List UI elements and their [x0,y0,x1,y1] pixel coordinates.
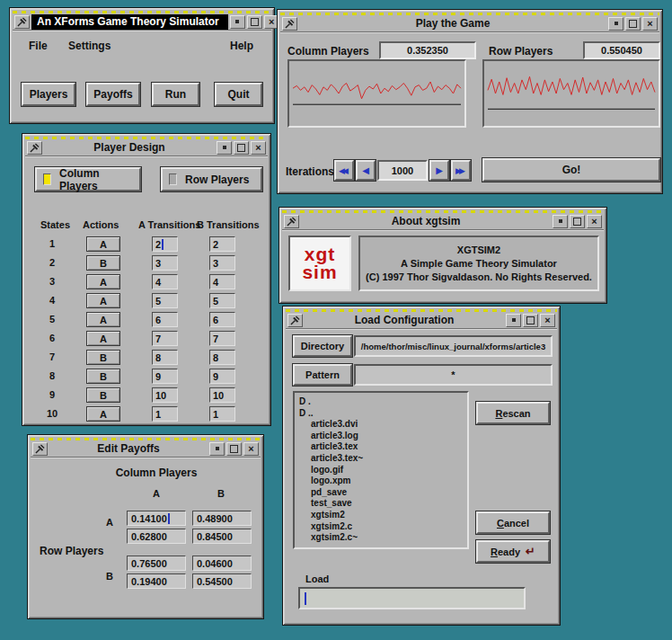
minimize-button[interactable] [506,314,521,327]
close-button[interactable]: × [243,442,259,456]
a-transition-input[interactable]: 5 [152,293,178,308]
fast-forward-button[interactable]: ▶▶ [451,160,471,181]
payoff-input-r3c2[interactable]: 0.04600 [192,556,252,571]
maximize-button[interactable] [523,314,538,327]
a-transition-input[interactable]: 2 [152,236,178,252]
column-players-toggle[interactable]: Column Players [35,167,141,191]
a-transition-input[interactable]: 3 [152,255,178,271]
payoff-input-r2c1[interactable]: 0.62800 [127,529,186,544]
pin-icon[interactable] [287,314,303,327]
action-button[interactable]: A [86,312,120,327]
minimize-button[interactable] [230,15,245,29]
action-button[interactable]: A [86,293,120,308]
file-list-item[interactable]: article3.log [299,431,463,442]
payoff-input-r3c1[interactable]: 0.76500 [127,556,186,571]
a-transition-input[interactable]: 10 [152,387,178,403]
a-transition-input[interactable]: 6 [152,312,178,327]
pin-icon[interactable] [27,141,42,155]
b-transition-input[interactable]: 7 [209,331,235,346]
cancel-button[interactable]: Cancel [476,511,550,534]
action-button[interactable]: B [86,255,120,271]
file-list-item[interactable]: xgtsim2 [299,510,463,521]
go-button[interactable]: Go! [482,158,660,182]
b-transition-input[interactable]: 5 [209,293,235,308]
action-button[interactable]: A [86,406,120,422]
a-transition-input[interactable]: 9 [152,369,178,384]
maximize-button[interactable] [625,17,641,31]
step-back-button[interactable]: ◀ [356,160,376,181]
titlebar[interactable]: An XForms Game Theory Simulator × [13,13,271,31]
b-transition-input[interactable]: 6 [209,312,235,327]
iterations-value[interactable]: 1000 [377,160,428,181]
file-list-item[interactable]: pd_save [299,487,463,499]
pin-icon[interactable] [32,442,48,456]
pin-icon[interactable] [284,215,299,228]
close-button[interactable]: × [642,17,658,31]
action-button[interactable]: A [86,274,120,289]
b-transition-input[interactable]: 2 [209,236,235,252]
maximize-button[interactable] [247,15,262,29]
minimize-button[interactable] [217,141,232,155]
run-button[interactable]: Run [152,83,199,106]
close-button[interactable]: × [587,215,602,228]
file-list-item[interactable]: article3.tex~ [299,453,463,465]
titlebar[interactable]: About xgtsim × [282,213,604,230]
close-button[interactable]: × [251,141,266,155]
a-transition-input[interactable]: 7 [152,331,178,346]
minimize-button[interactable] [608,17,623,31]
file-list-item[interactable]: xgtsim2.c~ [299,532,463,544]
step-forward-button[interactable]: ▶ [429,160,449,181]
titlebar[interactable]: Play the Game × [280,15,659,32]
file-list-item[interactable]: D . [299,396,463,408]
payoff-input-r1c1[interactable]: 0.14100 [127,511,186,526]
maximize-button[interactable] [234,141,249,155]
ready-button[interactable]: Ready↵ [476,540,550,563]
row-players-toggle[interactable]: Row Players [161,167,262,191]
a-transition-input[interactable]: 1 [152,406,178,422]
close-button[interactable]: × [540,314,555,327]
titlebar[interactable]: Edit Payoffs × [31,440,261,458]
payoff-input-r4c2[interactable]: 0.54500 [192,573,252,589]
action-button[interactable]: B [86,350,120,365]
file-list-item[interactable]: D .. [299,408,463,420]
fast-rewind-button[interactable]: ◀◀ [334,160,354,181]
pin-icon[interactable] [14,15,30,29]
b-transition-input[interactable]: 9 [209,369,235,384]
b-transition-input[interactable]: 1 [209,406,235,422]
pattern-button[interactable]: Pattern [293,364,352,386]
action-button[interactable]: A [86,236,120,252]
menu-file[interactable]: File [25,38,51,54]
payoff-input-r1c2[interactable]: 0.48900 [192,511,252,526]
pattern-field[interactable]: * [354,364,553,386]
menu-help[interactable]: Help [226,38,257,54]
payoffs-button[interactable]: Payoffs [86,83,140,106]
directory-field[interactable]: /home/thor/misc/linux_journal/xforms/art… [354,335,553,357]
players-button[interactable]: Players [22,83,75,106]
maximize-button[interactable] [226,442,242,456]
b-transition-input[interactable]: 8 [209,350,235,365]
titlebar[interactable]: Load Configuration × [286,312,557,329]
file-list-item[interactable]: xgtsim2.c [299,521,463,533]
maximize-button[interactable] [570,215,585,228]
directory-button[interactable]: Directory [293,335,352,357]
pin-icon[interactable] [282,17,297,31]
action-button[interactable]: B [86,387,120,403]
a-transition-input[interactable]: 8 [152,350,178,365]
minimize-button[interactable] [209,442,225,456]
minimize-button[interactable] [553,215,568,228]
file-list[interactable]: D . D .. article3.dvi article3.log artic… [293,391,469,549]
file-list-item[interactable]: logo.gif [299,465,463,476]
b-transition-input[interactable]: 4 [209,274,235,289]
file-list-item[interactable]: test_save [299,498,463,510]
menu-settings[interactable]: Settings [65,38,114,54]
titlebar[interactable]: Player Design × [25,139,268,156]
rescan-button[interactable]: Rescan [476,402,550,424]
load-input[interactable] [298,587,526,609]
payoff-input-r2c2[interactable]: 0.84500 [192,529,252,544]
a-transition-input[interactable]: 4 [152,274,178,289]
quit-button[interactable]: Quit [215,83,262,106]
b-transition-input[interactable]: 10 [209,387,235,403]
action-button[interactable]: A [86,331,120,346]
b-transition-input[interactable]: 3 [209,255,235,271]
file-list-item[interactable]: article3.tex [299,441,463,453]
